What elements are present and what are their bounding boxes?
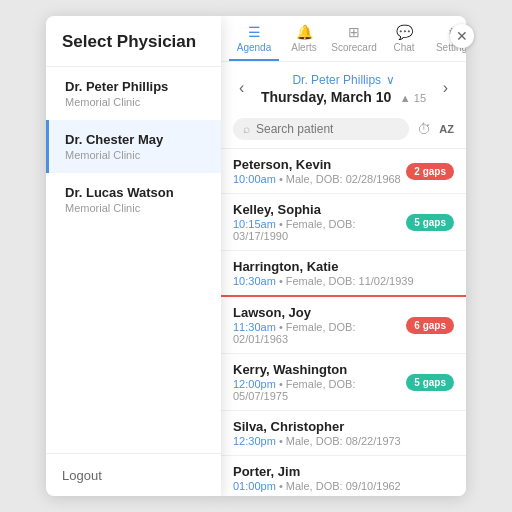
tab-chat[interactable]: 💬 Chat [379, 16, 429, 61]
az-sort-button[interactable]: AZ [439, 123, 454, 135]
physician-list: Dr. Peter Phillips Memorial Clinic Dr. C… [46, 67, 221, 453]
gap-badge: 2 gaps [406, 163, 454, 180]
physician-name: Dr. Lucas Watson [65, 185, 205, 200]
physician-info: Dr. Peter Phillips ∨ Thursday, March 10 … [261, 70, 426, 106]
patient-item-1[interactable]: Kelley, Sophia 10:15am • Female, DOB: 03… [221, 194, 466, 251]
patient-details: 11:30am • Female, DOB: 02/01/1963 [233, 321, 406, 345]
chat-icon: 💬 [396, 24, 413, 40]
patient-time: 12:00pm [233, 378, 276, 390]
gap-badge: 6 gaps [406, 317, 454, 334]
patient-details: 12:00pm • Female, DOB: 05/07/1975 [233, 378, 406, 402]
patient-time: 11:30am [233, 321, 276, 333]
physician-date-header: ‹ Dr. Peter Phillips ∨ Thursday, March 1… [221, 62, 466, 110]
patient-meta: • Male, DOB: 09/10/1962 [279, 480, 401, 492]
clock-button[interactable]: ⏱ [417, 121, 431, 137]
panel-title: Select Physician [46, 32, 221, 67]
patient-item-5[interactable]: Silva, Christopher 12:30pm • Male, DOB: … [221, 411, 466, 456]
dropdown-arrow[interactable]: ∨ [386, 73, 395, 87]
search-area: ⌕ ⏱ AZ [221, 110, 466, 149]
physician-item-1[interactable]: Dr. Chester May Memorial Clinic [46, 120, 221, 173]
main-panel: ☰ Agenda 🔔 Alerts ⊞ Scorecard 💬 Chat ⚙ S… [221, 16, 466, 496]
search-icon: ⌕ [243, 122, 250, 136]
physician-name: Dr. Peter Phillips [65, 79, 205, 94]
patient-time: 12:30pm [233, 435, 276, 447]
patient-info: Silva, Christopher 12:30pm • Male, DOB: … [233, 419, 454, 447]
physician-name: Dr. Chester May [65, 132, 205, 147]
patient-item-6[interactable]: Porter, Jim 01:00pm • Male, DOB: 09/10/1… [221, 456, 466, 496]
patient-info: Kelley, Sophia 10:15am • Female, DOB: 03… [233, 202, 406, 242]
alerts-icon: 🔔 [296, 24, 313, 40]
patient-details: 10:15am • Female, DOB: 03/17/1990 [233, 218, 406, 242]
patient-info: Peterson, Kevin 10:00am • Male, DOB: 02/… [233, 157, 406, 185]
physician-item-2[interactable]: Dr. Lucas Watson Memorial Clinic [46, 173, 221, 226]
patient-info: Lawson, Joy 11:30am • Female, DOB: 02/01… [233, 305, 406, 345]
tab-label-scorecard: Scorecard [331, 42, 377, 53]
scorecard-icon: ⊞ [348, 24, 360, 40]
patient-item-3[interactable]: Lawson, Joy 11:30am • Female, DOB: 02/01… [221, 297, 466, 354]
physician-clinic: Memorial Clinic [65, 96, 205, 108]
agenda-icon: ☰ [248, 24, 261, 40]
patient-name: Harrington, Katie [233, 259, 454, 274]
tab-scorecard[interactable]: ⊞ Scorecard [329, 16, 379, 61]
tab-alerts[interactable]: 🔔 Alerts [279, 16, 329, 61]
patient-item-2[interactable]: Harrington, Katie 10:30am • Female, DOB:… [221, 251, 466, 297]
patient-time: 01:00pm [233, 480, 276, 492]
nav-tabs: ☰ Agenda 🔔 Alerts ⊞ Scorecard 💬 Chat ⚙ S… [221, 16, 466, 62]
patient-time: 10:30am [233, 275, 276, 287]
patient-name: Kelley, Sophia [233, 202, 406, 217]
patient-details: 12:30pm • Male, DOB: 08/22/1973 [233, 435, 454, 447]
tab-label-agenda: Agenda [237, 42, 271, 53]
physician-select-panel: Select Physician Dr. Peter Phillips Memo… [46, 16, 221, 496]
patient-name: Kerry, Washington [233, 362, 406, 377]
gap-badge: 5 gaps [406, 374, 454, 391]
patient-item-4[interactable]: Kerry, Washington 12:00pm • Female, DOB:… [221, 354, 466, 411]
patient-count: ▲ 15 [400, 92, 426, 104]
patient-meta: • Female, DOB: 11/02/1939 [279, 275, 414, 287]
patient-info: Kerry, Washington 12:00pm • Female, DOB:… [233, 362, 406, 402]
patient-name: Lawson, Joy [233, 305, 406, 320]
tab-label-chat: Chat [393, 42, 414, 53]
physician-item-0[interactable]: Dr. Peter Phillips Memorial Clinic [46, 67, 221, 120]
patient-details: 10:00am • Male, DOB: 02/28/1968 [233, 173, 406, 185]
logout-area: Logout [46, 453, 221, 496]
patient-details: 10:30am • Female, DOB: 11/02/1939 [233, 275, 454, 287]
patient-name: Peterson, Kevin [233, 157, 406, 172]
patient-name: Silva, Christopher [233, 419, 454, 434]
patient-info: Harrington, Katie 10:30am • Female, DOB:… [233, 259, 454, 287]
patient-time: 10:00am [233, 173, 276, 185]
tab-agenda[interactable]: ☰ Agenda [229, 16, 279, 61]
close-button[interactable]: ✕ [450, 24, 474, 48]
patient-time: 10:15am [233, 218, 276, 230]
next-day-button[interactable]: › [437, 77, 454, 99]
gap-badge: 5 gaps [406, 214, 454, 231]
patient-details: 01:00pm • Male, DOB: 09/10/1962 [233, 480, 454, 492]
prev-day-button[interactable]: ‹ [233, 77, 250, 99]
current-date: Thursday, March 10 [261, 89, 391, 105]
physician-name-link[interactable]: Dr. Peter Phillips [292, 73, 381, 87]
tab-label-alerts: Alerts [291, 42, 317, 53]
patient-name: Porter, Jim [233, 464, 454, 479]
patient-meta: • Male, DOB: 08/22/1973 [279, 435, 401, 447]
patient-info: Porter, Jim 01:00pm • Male, DOB: 09/10/1… [233, 464, 454, 492]
search-wrap: ⌕ [233, 118, 409, 140]
search-input[interactable] [256, 122, 399, 136]
patient-meta: • Male, DOB: 02/28/1968 [279, 173, 401, 185]
logout-button[interactable]: Logout [62, 468, 102, 483]
patient-item-0[interactable]: Peterson, Kevin 10:00am • Male, DOB: 02/… [221, 149, 466, 194]
physician-clinic: Memorial Clinic [65, 202, 205, 214]
patient-list: Peterson, Kevin 10:00am • Male, DOB: 02/… [221, 149, 466, 496]
physician-clinic: Memorial Clinic [65, 149, 205, 161]
